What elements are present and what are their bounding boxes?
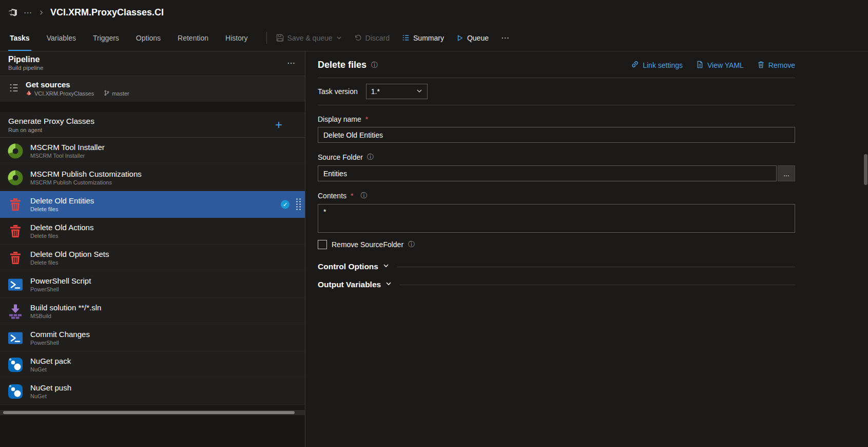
task-title: Build solution **/*.sln bbox=[30, 303, 101, 312]
pipeline-more-button[interactable]: ⋯ bbox=[287, 58, 296, 68]
discard-button[interactable]: Discard bbox=[354, 25, 390, 51]
info-icon[interactable]: ⓘ bbox=[367, 153, 374, 162]
contents-label: Contents bbox=[318, 192, 346, 200]
list-item[interactable]: Delete Old Option Sets Delete files bbox=[0, 245, 305, 271]
tab-variables[interactable]: Variables bbox=[45, 25, 78, 51]
view-yaml-label: View YAML bbox=[707, 61, 744, 69]
remove-sourcefolder-checkbox[interactable] bbox=[318, 240, 327, 249]
task-subtitle: Delete files bbox=[30, 206, 94, 212]
output-variables-section[interactable]: Output Variables bbox=[318, 280, 795, 289]
contents-textarea[interactable]: * bbox=[318, 204, 795, 233]
vertical-scrollbar-thumb[interactable] bbox=[864, 154, 867, 185]
play-icon bbox=[456, 34, 464, 42]
horizontal-scrollbar-thumb[interactable] bbox=[3, 411, 295, 414]
msbuild-icon bbox=[7, 303, 24, 320]
drag-handle[interactable] bbox=[296, 198, 301, 210]
source-folder-browse-button[interactable]: ... bbox=[778, 165, 795, 181]
main-area: Pipeline Build pipeline ⋯ Get sources VC… bbox=[0, 51, 868, 447]
list-item[interactable]: PowerShell Script PowerShell bbox=[0, 271, 305, 298]
task-subtitle: NuGet bbox=[30, 366, 71, 372]
horizontal-scrollbar[interactable] bbox=[0, 410, 305, 415]
view-yaml-button[interactable]: View YAML bbox=[696, 61, 744, 70]
mscrm-icon bbox=[7, 170, 24, 186]
info-icon[interactable]: ⓘ bbox=[371, 61, 378, 70]
remove-task-button[interactable]: Remove bbox=[757, 61, 795, 70]
get-sources-title: Get sources bbox=[26, 80, 129, 89]
source-folder-input[interactable] bbox=[318, 165, 777, 181]
add-task-button[interactable]: + bbox=[275, 119, 282, 131]
breadcrumb-ellipsis-button[interactable]: ⋯ bbox=[24, 8, 32, 17]
chevron-down-icon bbox=[385, 280, 392, 289]
display-name-label: Display name bbox=[318, 115, 361, 123]
breadcrumb-chevron-icon bbox=[38, 10, 44, 15]
queue-button[interactable]: Queue bbox=[456, 25, 489, 51]
link-settings-button[interactable]: Link settings bbox=[631, 60, 683, 70]
tab-history[interactable]: History bbox=[224, 25, 249, 51]
control-options-section[interactable]: Control Options bbox=[318, 262, 795, 271]
tab-triggers[interactable]: Triggers bbox=[91, 25, 121, 51]
azure-devops-icon[interactable] bbox=[8, 8, 17, 17]
agent-phase: Generate Proxy Classes Run on agent + MS… bbox=[0, 112, 305, 405]
list-item[interactable]: NuGet push NuGet bbox=[0, 378, 305, 405]
tab-toolbar: Tasks Variables Triggers Options Retenti… bbox=[0, 25, 868, 51]
source-folder-label: Source Folder bbox=[318, 153, 363, 161]
trash-icon bbox=[7, 196, 24, 213]
output-variables-label: Output Variables bbox=[318, 280, 381, 289]
divider bbox=[318, 78, 795, 78]
task-title: Delete Old Entities bbox=[30, 196, 94, 205]
powershell-icon bbox=[7, 276, 24, 293]
task-version-label: Task version bbox=[318, 87, 358, 96]
list-item-selected[interactable]: Delete Old Entities Delete files ✓ bbox=[0, 191, 305, 218]
save-icon bbox=[276, 34, 284, 42]
chevron-down-icon bbox=[336, 35, 342, 41]
list-item[interactable]: MSCRM Publish Customizations MSCRM Publi… bbox=[0, 164, 305, 191]
task-subtitle: MSCRM Publish Customizations bbox=[30, 179, 142, 185]
required-asterisk: * bbox=[365, 115, 368, 123]
divider bbox=[399, 285, 795, 285]
powershell-icon bbox=[7, 330, 24, 346]
task-subtitle: Delete files bbox=[30, 259, 109, 266]
task-title: Delete Old Option Sets bbox=[30, 250, 109, 258]
toolbar-separator bbox=[266, 32, 267, 44]
list-item[interactable]: Commit Changes PowerShell bbox=[0, 325, 305, 351]
tab-retention[interactable]: Retention bbox=[176, 25, 210, 51]
azure-repos-icon bbox=[26, 90, 32, 97]
task-version-value: 1.* bbox=[371, 87, 380, 96]
nuget-icon bbox=[7, 383, 24, 400]
info-icon[interactable]: ⓘ bbox=[361, 191, 368, 200]
pipeline-header[interactable]: Pipeline Build pipeline ⋯ bbox=[0, 51, 305, 74]
mscrm-icon bbox=[7, 143, 24, 159]
chevron-down-icon bbox=[382, 262, 390, 271]
task-title: PowerShell Script bbox=[30, 276, 91, 285]
link-settings-label: Link settings bbox=[643, 61, 683, 69]
phase-header[interactable]: Generate Proxy Classes Run on agent + bbox=[0, 112, 305, 138]
summary-label: Summary bbox=[413, 34, 444, 42]
display-name-input[interactable] bbox=[318, 127, 795, 143]
task-title: MSCRM Tool Installer bbox=[30, 143, 105, 152]
save-queue-button[interactable]: Save & queue bbox=[276, 25, 342, 51]
summary-list-icon bbox=[402, 34, 410, 42]
control-options-label: Control Options bbox=[318, 262, 378, 271]
info-icon[interactable]: ⓘ bbox=[408, 240, 415, 249]
list-item[interactable]: NuGet pack NuGet bbox=[0, 351, 305, 378]
pipeline-subtitle: Build pipeline bbox=[8, 65, 43, 71]
task-title: Delete Old Actions bbox=[30, 223, 93, 232]
toolbar-more-button[interactable]: ⋯ bbox=[501, 25, 510, 51]
task-title: NuGet pack bbox=[30, 357, 71, 365]
list-item[interactable]: MSCRM Tool Installer MSCRM Tool Installe… bbox=[0, 138, 305, 164]
task-title: MSCRM Publish Customizations bbox=[30, 170, 142, 178]
list-item[interactable]: Build solution **/*.sln MSBuild bbox=[0, 298, 305, 325]
task-title: NuGet push bbox=[30, 383, 71, 392]
task-version-dropdown[interactable]: 1.* bbox=[366, 84, 428, 99]
get-sources-item[interactable]: Get sources VCI.XRM.ProxyClasses master bbox=[0, 74, 305, 102]
link-icon bbox=[631, 60, 639, 70]
task-list: MSCRM Tool Installer MSCRM Tool Installe… bbox=[0, 138, 305, 405]
get-sources-icon bbox=[8, 82, 20, 95]
app-root: ⋯ VCI.XRM.ProxyClasses.CI Tasks Variable… bbox=[0, 0, 868, 447]
summary-button[interactable]: Summary bbox=[402, 25, 444, 51]
tab-options[interactable]: Options bbox=[134, 25, 162, 51]
remove-sourcefolder-label: Remove SourceFolder bbox=[332, 240, 403, 249]
save-queue-label: Save & queue bbox=[287, 34, 333, 42]
list-item[interactable]: Delete Old Actions Delete files bbox=[0, 218, 305, 245]
tab-tasks[interactable]: Tasks bbox=[8, 25, 31, 51]
